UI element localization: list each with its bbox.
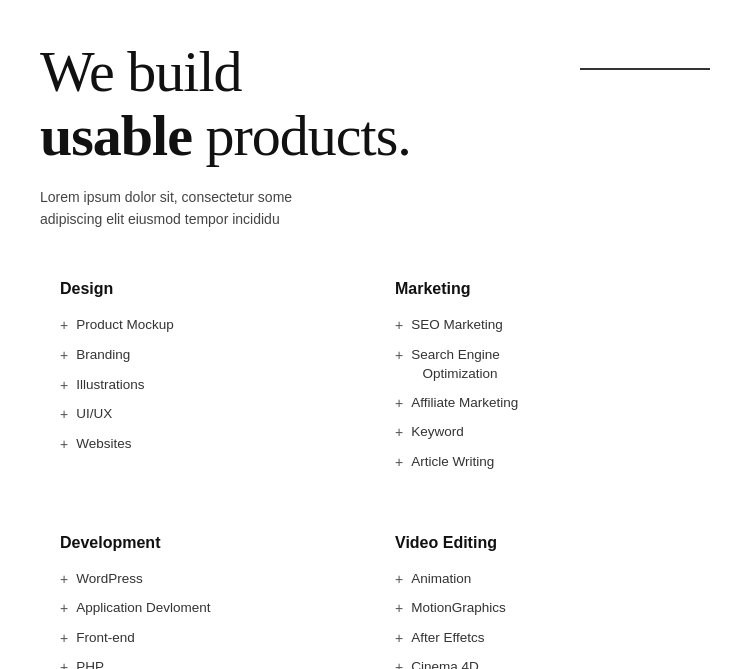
plus-icon: + (60, 316, 68, 336)
list-item: +Search Engine Optimization (395, 346, 690, 384)
category-title-marketing: Marketing (395, 280, 690, 298)
services-grid: Design+Product Mockup+Branding+Illustrat… (40, 260, 710, 669)
plus-icon: + (60, 405, 68, 425)
category-title-design: Design (60, 280, 355, 298)
list-item: +After Effetcs (395, 629, 690, 649)
list-item: +Animation (395, 570, 690, 590)
list-item: +Article Writing (395, 453, 690, 473)
service-item-text: After Effetcs (411, 629, 484, 648)
service-item-text: Article Writing (411, 453, 494, 472)
list-item: +PHP (60, 658, 355, 669)
service-list-development: +WordPress+Application Devloment+Front-e… (60, 570, 355, 669)
category-title-video-editing: Video Editing (395, 534, 690, 552)
service-column-marketing: Marketing+SEO Marketing+Search Engine Op… (375, 260, 710, 512)
plus-icon: + (395, 453, 403, 473)
service-item-text: UI/UX (76, 405, 112, 424)
list-item: +SEO Marketing (395, 316, 690, 336)
list-item: +Cinema 4D (395, 658, 690, 669)
service-item-text: Search Engine Optimization (411, 346, 500, 384)
list-item: +MotionGraphics (395, 599, 690, 619)
service-item-text: Illustrations (76, 376, 144, 395)
service-item-text: WordPress (76, 570, 143, 589)
service-column-design: Design+Product Mockup+Branding+Illustrat… (40, 260, 375, 512)
plus-icon: + (60, 599, 68, 619)
service-item-text: Animation (411, 570, 471, 589)
plus-icon: + (395, 316, 403, 336)
service-item-text: PHP (76, 658, 104, 669)
list-item: +Keyword (395, 423, 690, 443)
hero-title-line1: We build (40, 39, 242, 104)
plus-icon: + (395, 423, 403, 443)
list-item: +Affiliate Marketing (395, 394, 690, 414)
service-item-text: Product Mockup (76, 316, 174, 335)
service-item-text: Branding (76, 346, 130, 365)
service-item-text: Application Devloment (76, 599, 210, 618)
plus-icon: + (395, 629, 403, 649)
page-wrapper: We build usable products. Lorem ipsum do… (0, 0, 750, 669)
list-item: +Branding (60, 346, 355, 366)
list-item: +Product Mockup (60, 316, 355, 336)
hero-title-rest: products. (192, 103, 411, 168)
service-column-video-editing: Video Editing+Animation+MotionGraphics+A… (375, 514, 710, 669)
service-list-marketing: +SEO Marketing+Search Engine Optimizatio… (395, 316, 690, 472)
plus-icon: + (395, 394, 403, 414)
service-item-text: SEO Marketing (411, 316, 503, 335)
list-item: +Front-end (60, 629, 355, 649)
list-item: +Application Devloment (60, 599, 355, 619)
service-column-development: Development+WordPress+Application Devlom… (40, 514, 375, 669)
list-item: +UI/UX (60, 405, 355, 425)
category-title-development: Development (60, 534, 355, 552)
plus-icon: + (60, 570, 68, 590)
service-item-text: Cinema 4D (411, 658, 479, 669)
service-list-design: +Product Mockup+Branding+Illustrations+U… (60, 316, 355, 454)
plus-icon: + (60, 376, 68, 396)
plus-icon: + (60, 435, 68, 455)
plus-icon: + (60, 658, 68, 669)
service-item-text: Front-end (76, 629, 135, 648)
hero-section: We build usable products. Lorem ipsum do… (40, 40, 710, 230)
plus-icon: + (395, 599, 403, 619)
service-item-text: MotionGraphics (411, 599, 506, 618)
hero-description: Lorem ipsum dolor sit, consectetur some … (40, 186, 710, 231)
service-item-text: Websites (76, 435, 131, 454)
plus-icon: + (395, 658, 403, 669)
list-item: +Illustrations (60, 376, 355, 396)
hero-title-bold: usable (40, 103, 192, 168)
plus-icon: + (60, 629, 68, 649)
list-item: +WordPress (60, 570, 355, 590)
service-item-text: Affiliate Marketing (411, 394, 518, 413)
hero-title: We build usable products. (40, 40, 710, 168)
service-item-text: Keyword (411, 423, 464, 442)
service-list-video-editing: +Animation+MotionGraphics+After Effetcs+… (395, 570, 690, 669)
plus-icon: + (60, 346, 68, 366)
plus-icon: + (395, 570, 403, 590)
hero-decorative-line (580, 68, 710, 70)
plus-icon: + (395, 346, 403, 366)
list-item: +Websites (60, 435, 355, 455)
